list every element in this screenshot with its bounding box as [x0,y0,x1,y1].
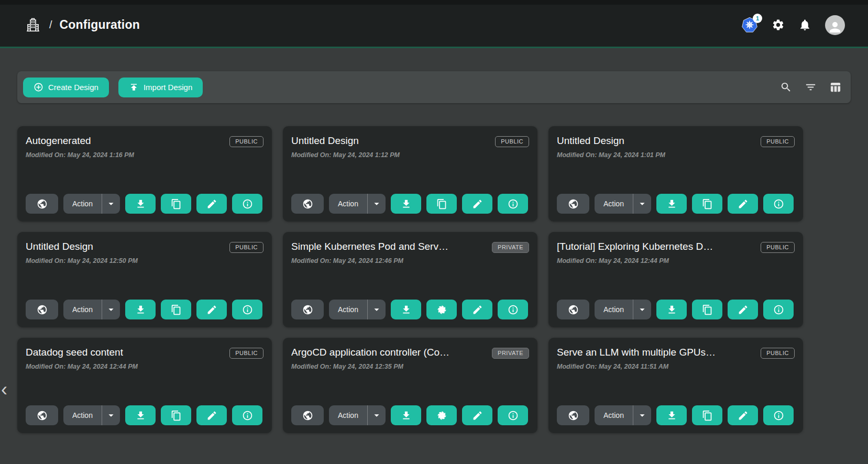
visibility-globe-button[interactable] [26,405,58,425]
copy-icon [171,410,182,421]
globe-icon [568,410,579,421]
design-card: Autogenerated PUBLIC Modified On: May 24… [17,126,272,222]
import-design-button[interactable]: Import Design [118,78,203,97]
action-dropdown-toggle[interactable] [633,198,651,209]
info-button[interactable] [763,405,794,425]
filter-icon[interactable] [805,81,817,93]
action-split-button[interactable]: Action [63,300,120,319]
clone-button[interactable] [161,405,191,425]
kubernetes-context-icon[interactable]: 1 [741,17,758,34]
info-button[interactable] [232,405,262,425]
action-dropdown-toggle[interactable] [368,304,386,315]
action-dropdown-toggle[interactable] [102,410,120,421]
action-split-button[interactable]: Action [63,194,120,214]
globe-icon [302,304,313,315]
notifications-bell-icon[interactable] [798,18,811,31]
clone-button[interactable] [161,194,191,214]
user-avatar[interactable] [825,15,845,35]
action-button-label: Action [63,305,102,314]
action-dropdown-toggle[interactable] [102,304,120,315]
download-icon [666,410,677,421]
visibility-globe-button[interactable] [291,405,324,425]
design-grid: Autogenerated PUBLIC Modified On: May 24… [17,126,851,433]
download-button[interactable] [125,405,156,425]
card-actions: Action [291,300,529,319]
clone-button[interactable] [426,194,457,214]
download-button[interactable] [656,300,687,319]
card-header: ArgoCD application controller (Co… PRIVA… [291,347,529,359]
visibility-globe-button[interactable] [557,194,589,214]
action-split-button[interactable]: Action [595,194,651,214]
edit-button[interactable] [728,405,758,425]
edit-button[interactable] [462,194,492,214]
visibility-globe-button[interactable] [557,405,589,425]
settings-gear-icon[interactable] [772,18,785,31]
collapse-chevron-icon[interactable]: ‹ [1,380,7,399]
action-dropdown-toggle[interactable] [102,198,120,209]
globe-icon [37,198,48,209]
visibility-globe-button[interactable] [291,194,324,214]
action-split-button[interactable]: Action [329,405,386,425]
info-button[interactable] [232,300,262,319]
table-view-icon[interactable] [829,81,841,93]
designs-toolbar: Create Design Import Design [17,71,851,103]
download-button[interactable] [391,194,421,214]
app-header: / Configuration 1 [0,0,868,48]
building-icon[interactable] [25,16,41,34]
clone-button[interactable] [692,405,722,425]
search-icon[interactable] [780,81,792,93]
info-button[interactable] [498,194,528,214]
download-button[interactable] [391,405,421,425]
download-button[interactable] [125,300,156,319]
info-button[interactable] [498,300,528,319]
create-design-button[interactable]: Create Design [23,78,109,97]
clone-button[interactable] [426,300,457,319]
page-title: Configuration [60,18,140,32]
clone-button[interactable] [426,405,457,425]
visibility-badge: PUBLIC [761,348,795,359]
context-count-badge: 1 [753,14,762,23]
action-split-button[interactable]: Action [329,300,386,319]
download-icon [401,304,412,315]
visibility-globe-button[interactable] [291,300,324,319]
edit-button[interactable] [728,300,758,319]
edit-button[interactable] [196,300,227,319]
clone-button[interactable] [692,194,722,214]
edit-button[interactable] [462,405,492,425]
download-button[interactable] [125,194,156,214]
action-split-button[interactable]: Action [329,194,386,214]
edit-button[interactable] [462,300,492,319]
action-split-button[interactable]: Action [595,300,651,319]
info-button[interactable] [232,194,262,214]
info-button[interactable] [763,194,794,214]
design-card: Simple Kubernetes Pod and Serv… PRIVATE … [283,232,537,327]
edit-pencil-icon [738,198,749,209]
edit-button[interactable] [196,194,227,214]
design-card: Datadog seed content PUBLIC Modified On:… [17,338,272,433]
action-split-button[interactable]: Action [63,405,120,425]
visibility-badge: PUBLIC [761,242,795,253]
copy-icon [702,198,713,209]
download-button[interactable] [391,300,421,319]
action-dropdown-toggle[interactable] [633,410,651,421]
edit-button[interactable] [728,194,758,214]
action-dropdown-toggle[interactable] [368,198,386,209]
action-split-button[interactable]: Action [595,405,651,425]
clone-button[interactable] [161,300,191,319]
design-title: Untitled Design [557,135,624,147]
visibility-globe-button[interactable] [26,194,58,214]
action-dropdown-toggle[interactable] [368,410,386,421]
info-button[interactable] [498,405,528,425]
action-dropdown-toggle[interactable] [633,304,651,315]
edit-button[interactable] [196,405,227,425]
visibility-globe-button[interactable] [557,300,589,319]
info-button[interactable] [763,300,794,319]
chevron-down-icon [636,304,648,315]
design-title: [Tutorial] Exploring Kubernetes D… [557,241,713,252]
download-button[interactable] [656,405,687,425]
modified-on-text: Modified On: May 24, 2024 1:01 PM [557,151,795,159]
download-button[interactable] [656,194,687,214]
clone-button[interactable] [692,300,722,319]
visibility-globe-button[interactable] [26,300,58,319]
modified-on-text: Modified On: May 24, 2024 12:44 PM [26,363,263,370]
